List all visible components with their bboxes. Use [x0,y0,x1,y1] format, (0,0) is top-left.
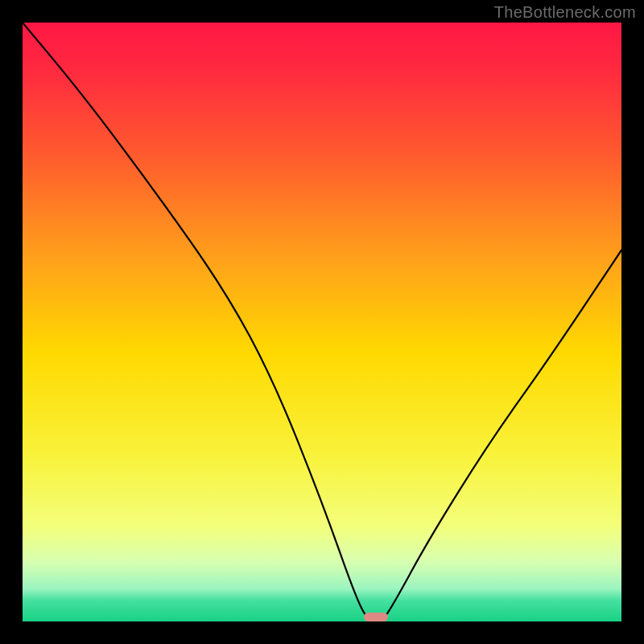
optimal-marker [364,613,388,621]
watermark-text: TheBottleneck.com [494,3,636,22]
bottleneck-chart [23,23,621,621]
chart-frame: TheBottleneck.com [0,0,644,644]
gradient-background [23,23,621,621]
plot-area [23,23,621,621]
